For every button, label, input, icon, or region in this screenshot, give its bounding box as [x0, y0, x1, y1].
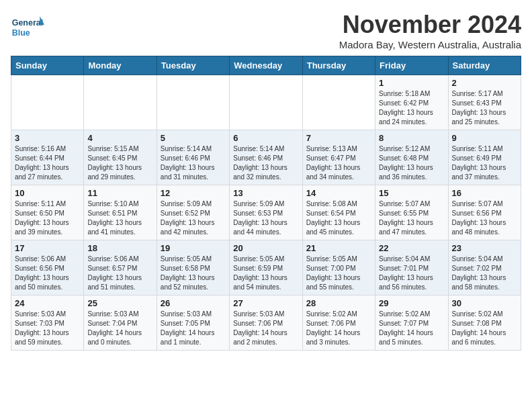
- month-title: November 2024: [339, 11, 521, 39]
- calendar-cell: 25Sunrise: 5:03 AM Sunset: 7:04 PM Dayli…: [84, 295, 157, 351]
- svg-text:General: General: [12, 19, 44, 28]
- cell-info: Sunrise: 5:13 AM Sunset: 6:47 PM Dayligh…: [306, 144, 371, 182]
- calendar-cell: 27Sunrise: 5:03 AM Sunset: 7:06 PM Dayli…: [230, 295, 302, 351]
- day-number: 15: [379, 188, 444, 198]
- cell-info: Sunrise: 5:05 AM Sunset: 7:00 PM Dayligh…: [306, 255, 371, 292]
- day-number: 24: [15, 298, 80, 308]
- calendar-cell: 17Sunrise: 5:06 AM Sunset: 6:56 PM Dayli…: [11, 240, 84, 295]
- calendar-cell: 28Sunrise: 5:02 AM Sunset: 7:06 PM Dayli…: [302, 295, 375, 351]
- cell-info: Sunrise: 5:12 AM Sunset: 6:48 PM Dayligh…: [379, 144, 444, 182]
- calendar-cell: 23Sunrise: 5:04 AM Sunset: 7:02 PM Dayli…: [448, 240, 521, 295]
- day-number: 3: [15, 133, 80, 143]
- logo-svg: General Blue: [11, 11, 44, 44]
- calendar-cell: 18Sunrise: 5:06 AM Sunset: 6:57 PM Dayli…: [84, 240, 157, 295]
- calendar-cell: [230, 75, 302, 130]
- cell-info: Sunrise: 5:09 AM Sunset: 6:53 PM Dayligh…: [233, 199, 298, 237]
- day-number: 28: [306, 298, 371, 308]
- cell-info: Sunrise: 5:15 AM Sunset: 6:45 PM Dayligh…: [87, 144, 152, 182]
- title-area: November 2024 Madora Bay, Western Austra…: [339, 11, 521, 50]
- calendar-cell: 7Sunrise: 5:13 AM Sunset: 6:47 PM Daylig…: [302, 130, 375, 185]
- day-number: 16: [452, 188, 517, 198]
- cell-info: Sunrise: 5:08 AM Sunset: 6:54 PM Dayligh…: [306, 199, 371, 237]
- col-header-friday: Friday: [375, 56, 448, 75]
- cell-info: Sunrise: 5:02 AM Sunset: 7:08 PM Dayligh…: [452, 310, 517, 347]
- calendar-cell: 20Sunrise: 5:05 AM Sunset: 6:59 PM Dayli…: [230, 240, 302, 295]
- cell-info: Sunrise: 5:05 AM Sunset: 6:58 PM Dayligh…: [161, 255, 226, 292]
- cell-info: Sunrise: 5:14 AM Sunset: 6:46 PM Dayligh…: [161, 144, 226, 182]
- calendar-cell: 12Sunrise: 5:09 AM Sunset: 6:52 PM Dayli…: [157, 185, 229, 240]
- day-number: 6: [233, 133, 298, 143]
- calendar-cell: [302, 75, 375, 130]
- cell-info: Sunrise: 5:17 AM Sunset: 6:43 PM Dayligh…: [452, 89, 517, 127]
- day-number: 9: [452, 133, 517, 143]
- calendar-cell: 2Sunrise: 5:17 AM Sunset: 6:43 PM Daylig…: [448, 75, 521, 130]
- cell-info: Sunrise: 5:11 AM Sunset: 6:49 PM Dayligh…: [452, 144, 517, 182]
- day-number: 8: [379, 133, 444, 143]
- cell-info: Sunrise: 5:09 AM Sunset: 6:52 PM Dayligh…: [161, 199, 226, 237]
- calendar-cell: [157, 75, 229, 130]
- calendar-cell: 29Sunrise: 5:02 AM Sunset: 7:07 PM Dayli…: [375, 295, 448, 351]
- calendar-cell: 9Sunrise: 5:11 AM Sunset: 6:49 PM Daylig…: [448, 130, 521, 185]
- col-header-sunday: Sunday: [11, 56, 84, 75]
- cell-info: Sunrise: 5:03 AM Sunset: 7:05 PM Dayligh…: [161, 310, 226, 347]
- calendar-cell: [11, 75, 84, 130]
- cell-info: Sunrise: 5:02 AM Sunset: 7:07 PM Dayligh…: [379, 310, 444, 347]
- day-number: 30: [452, 298, 517, 308]
- svg-marker-2: [40, 16, 44, 25]
- calendar-cell: 13Sunrise: 5:09 AM Sunset: 6:53 PM Dayli…: [230, 185, 302, 240]
- calendar-cell: 10Sunrise: 5:11 AM Sunset: 6:50 PM Dayli…: [11, 185, 84, 240]
- day-number: 5: [161, 133, 226, 143]
- day-number: 18: [87, 243, 152, 253]
- calendar-cell: 16Sunrise: 5:07 AM Sunset: 6:56 PM Dayli…: [448, 185, 521, 240]
- cell-info: Sunrise: 5:06 AM Sunset: 6:57 PM Dayligh…: [87, 255, 152, 292]
- calendar-cell: 1Sunrise: 5:18 AM Sunset: 6:42 PM Daylig…: [375, 75, 448, 130]
- day-number: 11: [87, 188, 152, 198]
- day-number: 29: [379, 298, 444, 308]
- day-number: 26: [161, 298, 226, 308]
- cell-info: Sunrise: 5:11 AM Sunset: 6:50 PM Dayligh…: [15, 199, 80, 237]
- col-header-saturday: Saturday: [448, 56, 521, 75]
- calendar-cell: 15Sunrise: 5:07 AM Sunset: 6:55 PM Dayli…: [375, 185, 448, 240]
- calendar-cell: 3Sunrise: 5:16 AM Sunset: 6:44 PM Daylig…: [11, 130, 84, 185]
- col-header-tuesday: Tuesday: [157, 56, 229, 75]
- col-header-thursday: Thursday: [302, 56, 375, 75]
- calendar-cell: 11Sunrise: 5:10 AM Sunset: 6:51 PM Dayli…: [84, 185, 157, 240]
- day-number: 25: [87, 298, 152, 308]
- calendar-cell: 30Sunrise: 5:02 AM Sunset: 7:08 PM Dayli…: [448, 295, 521, 351]
- day-number: 14: [306, 188, 371, 198]
- cell-info: Sunrise: 5:03 AM Sunset: 7:06 PM Dayligh…: [233, 310, 298, 347]
- cell-info: Sunrise: 5:04 AM Sunset: 7:01 PM Dayligh…: [379, 255, 444, 292]
- calendar-cell: 4Sunrise: 5:15 AM Sunset: 6:45 PM Daylig…: [84, 130, 157, 185]
- day-number: 12: [161, 188, 226, 198]
- col-header-monday: Monday: [84, 56, 157, 75]
- cell-info: Sunrise: 5:04 AM Sunset: 7:02 PM Dayligh…: [452, 255, 517, 292]
- calendar-table: SundayMondayTuesdayWednesdayThursdayFrid…: [11, 56, 521, 351]
- logo: General Blue: [11, 11, 44, 44]
- day-number: 22: [379, 243, 444, 253]
- cell-info: Sunrise: 5:10 AM Sunset: 6:51 PM Dayligh…: [87, 199, 152, 237]
- day-number: 27: [233, 298, 298, 308]
- cell-info: Sunrise: 5:07 AM Sunset: 6:56 PM Dayligh…: [452, 199, 517, 237]
- calendar-cell: 24Sunrise: 5:03 AM Sunset: 7:03 PM Dayli…: [11, 295, 84, 351]
- calendar-cell: 6Sunrise: 5:14 AM Sunset: 6:46 PM Daylig…: [230, 130, 302, 185]
- calendar-cell: 22Sunrise: 5:04 AM Sunset: 7:01 PM Dayli…: [375, 240, 448, 295]
- cell-info: Sunrise: 5:16 AM Sunset: 6:44 PM Dayligh…: [15, 144, 80, 182]
- calendar-cell: 8Sunrise: 5:12 AM Sunset: 6:48 PM Daylig…: [375, 130, 448, 185]
- day-number: 20: [233, 243, 298, 253]
- calendar-cell: [84, 75, 157, 130]
- day-number: 23: [452, 243, 517, 253]
- calendar-cell: 5Sunrise: 5:14 AM Sunset: 6:46 PM Daylig…: [157, 130, 229, 185]
- day-number: 13: [233, 188, 298, 198]
- day-number: 7: [306, 133, 371, 143]
- cell-info: Sunrise: 5:03 AM Sunset: 7:03 PM Dayligh…: [15, 310, 80, 347]
- calendar-cell: 19Sunrise: 5:05 AM Sunset: 6:58 PM Dayli…: [157, 240, 229, 295]
- day-number: 21: [306, 243, 371, 253]
- calendar-cell: 26Sunrise: 5:03 AM Sunset: 7:05 PM Dayli…: [157, 295, 229, 351]
- cell-info: Sunrise: 5:07 AM Sunset: 6:55 PM Dayligh…: [379, 199, 444, 237]
- col-header-wednesday: Wednesday: [230, 56, 302, 75]
- calendar-cell: 21Sunrise: 5:05 AM Sunset: 7:00 PM Dayli…: [302, 240, 375, 295]
- cell-info: Sunrise: 5:05 AM Sunset: 6:59 PM Dayligh…: [233, 255, 298, 292]
- cell-info: Sunrise: 5:03 AM Sunset: 7:04 PM Dayligh…: [87, 310, 152, 347]
- cell-info: Sunrise: 5:06 AM Sunset: 6:56 PM Dayligh…: [15, 255, 80, 292]
- calendar-cell: 14Sunrise: 5:08 AM Sunset: 6:54 PM Dayli…: [302, 185, 375, 240]
